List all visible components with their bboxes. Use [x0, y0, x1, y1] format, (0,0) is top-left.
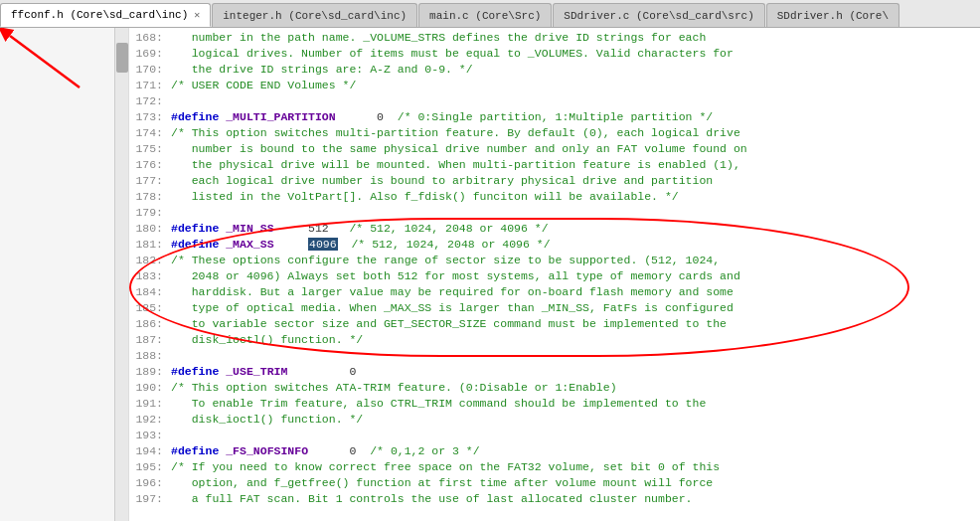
- line-170: 170: the drive ID strings are: A-Z and 0…: [133, 62, 980, 78]
- line-179: 179:: [133, 205, 980, 221]
- line-173: 173: #define _MULTI_PARTITION 0 /* 0:Sin…: [133, 109, 980, 125]
- tab-close-icon[interactable]: ✕: [194, 9, 200, 21]
- tab-label: main.c (Core\Src): [429, 10, 541, 22]
- line-181: 181: #define _MAX_SS 4096 /* 512, 1024, …: [133, 237, 980, 253]
- line-169: 169: logical drives. Number of items mus…: [133, 46, 980, 62]
- scrollbar-track[interactable]: [114, 28, 128, 521]
- line-174: 174: /* This option switches multi-parti…: [133, 125, 980, 141]
- line-172: 172:: [133, 93, 980, 109]
- line-175: 175: number is bound to the same physica…: [133, 141, 980, 157]
- editor-container: 168: number in the path name. _VOLUME_ST…: [0, 28, 980, 521]
- line-186: 186: to variable sector size and GET_SEC…: [133, 316, 980, 332]
- tab-label: ffconf.h (Core\sd_card\inc): [11, 9, 188, 21]
- line-178: 178: listed in the VoltPart[]. Also f_fd…: [133, 189, 980, 205]
- annotation-arrow: [0, 28, 129, 521]
- line-190: 190: /* This option switches ATA-TRIM fe…: [133, 380, 980, 396]
- svg-line-1: [10, 36, 80, 87]
- tab-bar: ffconf.h (Core\sd_card\inc) ✕ integer.h …: [0, 0, 980, 28]
- tab-sddriver-h[interactable]: SDdriver.h (Core\: [766, 3, 899, 27]
- line-180: 180: #define _MIN_SS 512 /* 512, 1024, 2…: [133, 221, 980, 237]
- line-182: 182: /* These options configure the rang…: [133, 253, 980, 268]
- code-area[interactable]: 168: number in the path name. _VOLUME_ST…: [129, 28, 980, 521]
- line-188: 188:: [133, 348, 980, 364]
- line-197: 197: a full FAT scan. Bit 1 controls the…: [133, 491, 980, 507]
- line-185: 185: type of optical media. When _MAX_SS…: [133, 300, 980, 316]
- tab-sddriver-c[interactable]: SDdriver.c (Core\sd_card\src): [553, 3, 764, 27]
- line-171: 171: /* USER CODE END Volumes */: [133, 78, 980, 93]
- line-168: 168: number in the path name. _VOLUME_ST…: [133, 30, 980, 46]
- line-176: 176: the physical drive will be mounted.…: [133, 157, 980, 173]
- line-184: 184: harddisk. But a larger value may be…: [133, 284, 980, 300]
- tab-label: integer.h (Core\sd_card\inc): [223, 10, 407, 22]
- line-187: 187: disk_ioctl() function. */: [133, 332, 980, 348]
- line-195: 195: /* If you need to know correct free…: [133, 459, 980, 475]
- line-193: 193:: [133, 428, 980, 443]
- tab-label: SDdriver.h (Core\: [777, 10, 889, 22]
- left-gutter: [0, 28, 129, 521]
- tab-integer[interactable]: integer.h (Core\sd_card\inc): [212, 3, 417, 27]
- line-183: 183: 2048 or 4096) Always set both 512 f…: [133, 268, 980, 284]
- line-177: 177: each logical drive number is bound …: [133, 173, 980, 189]
- line-194: 194: #define _FS_NOFSINFO 0 /* 0,1,2 or …: [133, 443, 980, 459]
- scrollbar-thumb[interactable]: [116, 43, 128, 73]
- tab-label: SDdriver.c (Core\sd_card\src): [564, 10, 753, 22]
- tab-main[interactable]: main.c (Core\Src): [418, 3, 552, 27]
- line-189: 189: #define _USE_TRIM 0: [133, 364, 980, 380]
- tab-ffconf[interactable]: ffconf.h (Core\sd_card\inc) ✕: [0, 3, 211, 27]
- line-192: 192: disk_ioctl() function. */: [133, 412, 980, 428]
- line-191: 191: To enable Trim feature, also CTRL_T…: [133, 396, 980, 412]
- code-content: 168: number in the path name. _VOLUME_ST…: [129, 28, 980, 509]
- line-196: 196: option, and f_getfree() function at…: [133, 475, 980, 491]
